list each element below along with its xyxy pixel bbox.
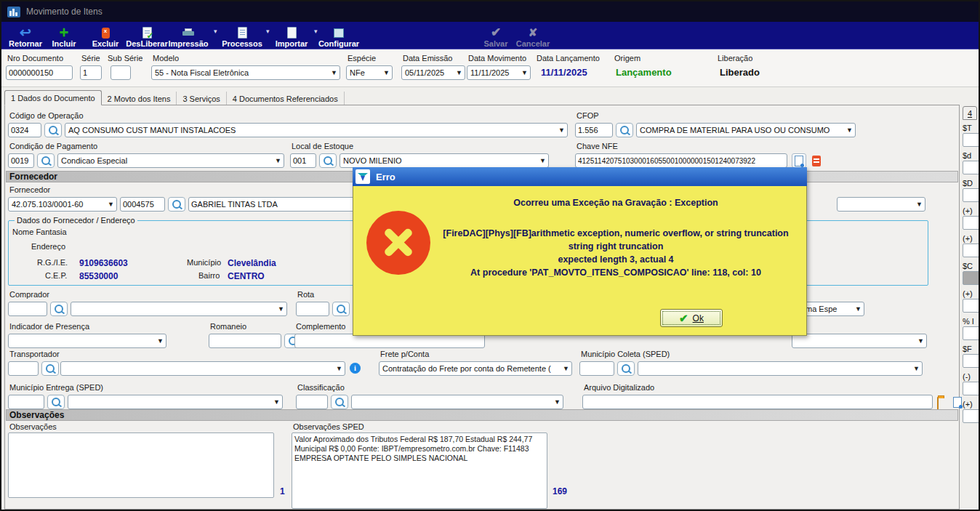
chevron-down-icon: ▼ (331, 69, 337, 76)
strip-field-box[interactable] (963, 299, 980, 313)
arquivo-digitalizado-input[interactable] (582, 395, 933, 409)
chevron-down-icon: ▼ (855, 305, 861, 313)
strip-field-box[interactable] (963, 216, 980, 230)
tab-movto-dos-itens[interactable]: 2 Movto dos Itens (102, 92, 177, 105)
transportador-combo[interactable]: ▼ (60, 361, 345, 376)
municipio-entrega-combo[interactable]: ▼ (68, 395, 283, 409)
strip-field-box[interactable] (963, 326, 980, 340)
data-movimento-combo[interactable]: 11/11/2025▼ (467, 65, 531, 80)
rota-code-input[interactable] (296, 302, 329, 316)
strip-field-box[interactable] (963, 188, 980, 202)
info-icon[interactable]: i (350, 363, 361, 374)
search-icon (622, 364, 630, 373)
municipio-entrega-code-input[interactable] (8, 395, 44, 409)
chave-nfe-input[interactable] (575, 153, 787, 168)
comprador-combo[interactable]: ▼ (71, 302, 287, 316)
incluir-button[interactable]: + Incluir (44, 23, 84, 48)
municipio-coleta-combo[interactable]: ▼ (638, 361, 923, 376)
transportador-code-input[interactable] (8, 361, 39, 376)
tab-servicos[interactable]: 3 Serviços (177, 92, 226, 105)
codigo-operacao-code-input[interactable] (8, 123, 41, 137)
local-estoque-code-input[interactable] (290, 153, 316, 168)
search-icon (172, 200, 181, 209)
chave-nfe-pdf-button[interactable] (809, 153, 824, 168)
excluir-button[interactable]: x Excluir (85, 23, 126, 48)
search-icon (49, 126, 57, 134)
cfop-code-input[interactable] (575, 123, 613, 137)
strip-field: (+) (963, 289, 980, 313)
strip-field-box[interactable] (963, 382, 980, 395)
municipio-coleta-code-input[interactable] (579, 361, 614, 376)
strip-field-box[interactable] (963, 244, 980, 257)
right-extra-combo[interactable]: ▼ (792, 334, 927, 348)
serie-input[interactable] (80, 65, 102, 80)
classificacao-code-input[interactable] (296, 395, 328, 409)
delete-icon: x (102, 28, 110, 39)
save-check-icon: ✔ (491, 27, 501, 39)
condicao-pagamento-code-input[interactable] (8, 153, 34, 168)
strip-field-box[interactable] (963, 271, 980, 285)
indicador-presenca-combo[interactable]: ▼ (8, 334, 166, 348)
retornar-button[interactable]: ↩ Retornar (4, 23, 47, 48)
condicao-pagamento-combo[interactable]: Condicao Especial▼ (57, 153, 284, 168)
ok-button[interactable]: ✔ Ok (660, 309, 723, 327)
municipio-entrega-search-button[interactable] (47, 395, 65, 409)
strip-field-label: $C (963, 262, 980, 271)
fornecedor-extra-combo[interactable]: ▼ (837, 197, 925, 212)
impressao-button[interactable]: Impressão (164, 23, 212, 48)
observacoes-textarea[interactable] (8, 432, 274, 498)
data-emissao-combo[interactable]: 05/11/2025▼ (401, 65, 465, 80)
local-estoque-search-button[interactable] (319, 153, 337, 168)
salvar-button[interactable]: ✔ Salvar (475, 23, 516, 48)
modelo-combo[interactable]: 55 - Nota Fiscal Eletrônica▼ (151, 65, 340, 80)
comprador-search-button[interactable] (50, 302, 68, 316)
rg-ie-label: R.G./I.E. (37, 258, 68, 267)
printer-icon (182, 28, 194, 37)
strip-field-box[interactable] (963, 161, 980, 174)
strip-tab-4[interactable]: 4 (963, 106, 977, 120)
undo-icon: ↩ (20, 27, 31, 39)
serie-label: Série (81, 54, 100, 63)
cfop-combo[interactable]: COMPRA DE MATERIAL PARA USO OU CONSUMO▼ (636, 123, 856, 137)
nro-documento-input[interactable] (6, 65, 73, 80)
processos-button[interactable]: Processos (220, 23, 265, 48)
rota-search-button[interactable] (332, 302, 350, 316)
classificacao-search-button[interactable] (331, 395, 348, 409)
search-icon (324, 156, 332, 165)
configurar-button[interactable]: Configurar (316, 23, 361, 48)
strip-field-box[interactable] (963, 354, 980, 368)
processos-dropdown-arrow[interactable]: ▾ (266, 28, 270, 35)
forma-combo[interactable]: ma Espe▼ (802, 302, 864, 316)
complemento-input[interactable] (294, 334, 485, 348)
codigo-operacao-combo[interactable]: AQ CONSUMO CUST MANUT INSTALACOES▼ (65, 123, 568, 137)
cfop-search-button[interactable] (616, 123, 633, 137)
error-dialog: Erro Ocorreu uma Exceção na Gravação : E… (353, 167, 807, 336)
chevron-down-icon: ▼ (916, 201, 923, 208)
especie-combo[interactable]: NFe▼ (346, 65, 393, 80)
sub-serie-input[interactable] (111, 65, 131, 80)
cep-value: 85530000 (79, 271, 118, 281)
tab-documentos-referenciados[interactable]: 4 Documentos Referenciados (227, 92, 345, 105)
chevron-down-icon: ▼ (558, 126, 565, 134)
strip-field-box[interactable] (963, 133, 980, 147)
romaneio-input[interactable] (209, 334, 281, 348)
municipio-coleta-search-button[interactable] (617, 361, 635, 376)
local-estoque-combo[interactable]: NOVO MILENIO▼ (340, 153, 549, 168)
fornecedor-search-button[interactable] (168, 197, 185, 212)
chevron-down-icon: ▼ (539, 157, 546, 164)
importar-button[interactable]: Importar (270, 23, 313, 48)
chave-nfe-document-button[interactable] (792, 153, 806, 168)
strip-field-box[interactable] (963, 409, 980, 423)
fornecedor-code-input[interactable] (120, 197, 165, 212)
comprador-code-input[interactable] (8, 302, 47, 316)
cancelar-button[interactable]: ✘ Cancelar (512, 23, 554, 48)
frete-combo[interactable]: Contratação do Frete por conta do Remete… (379, 361, 572, 376)
impressao-dropdown-arrow[interactable]: ▾ (214, 28, 217, 35)
observacoes-sped-textarea[interactable]: Valor Aproximado dos Tributos Federal R$… (292, 432, 547, 509)
fornecedor-cnpj-combo[interactable]: 42.075.103/0001-60▼ (8, 197, 117, 212)
transportador-search-button[interactable] (41, 361, 59, 376)
codigo-operacao-search-button[interactable] (44, 123, 62, 137)
condicao-pagamento-search-button[interactable] (37, 153, 55, 168)
tab-dados-do-documento[interactable]: 1 Dados do Documento (4, 90, 102, 105)
classificacao-combo[interactable]: ▼ (351, 395, 563, 409)
